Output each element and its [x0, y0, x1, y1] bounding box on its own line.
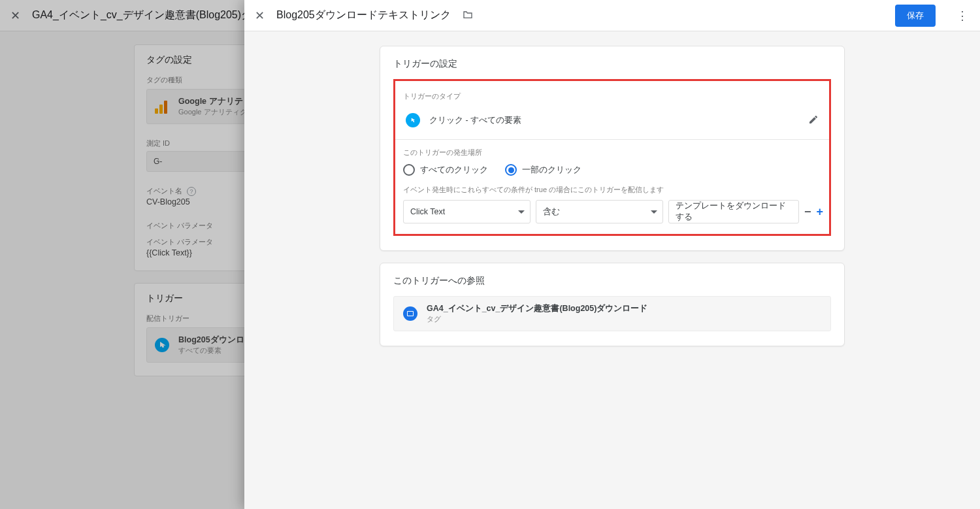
- reference-text: GA4_イベント_cv_デザイン趣意書(Blog205)ダウンロード タグ: [427, 303, 647, 324]
- reference-subtitle: タグ: [427, 314, 647, 324]
- trigger-references-card: このトリガーへの参照 GA4_イベント_cv_デザイン趣意書(Blog205)ダ…: [380, 263, 845, 346]
- trigger-title[interactable]: Blog205ダウンロードテキストリンク: [276, 8, 451, 22]
- trigger-type-value: クリック - すべての要素: [429, 115, 521, 126]
- chevron-down-icon: [651, 210, 657, 214]
- fires-on-label: このトリガーの発生場所: [403, 148, 821, 157]
- reference-item[interactable]: GA4_イベント_cv_デザイン趣意書(Blog205)ダウンロード タグ: [393, 296, 831, 331]
- reference-title: GA4_イベント_cv_デザイン趣意書(Blog205)ダウンロード: [427, 303, 647, 314]
- trigger-editor-panel: ✕ Blog205ダウンロードテキストリンク 保存 ⋮ トリガーの設定 トリガー…: [244, 0, 980, 509]
- chevron-down-icon: [518, 210, 525, 214]
- references-heading: このトリガーへの参照: [393, 275, 831, 287]
- radio-some-clicks-label: 一部のクリック: [522, 164, 581, 176]
- highlight-box: トリガーのタイプ クリック - すべての要素 このトリガーの発生場所 すべての: [393, 79, 831, 236]
- front-header: ✕ Blog205ダウンロードテキストリンク 保存 ⋮: [244, 0, 980, 31]
- tag-icon: [403, 306, 417, 321]
- condition-label: イベント発生時にこれらすべての条件が true の場合にこのトリガーを配信します: [403, 185, 821, 195]
- close-icon[interactable]: ✕: [255, 8, 265, 23]
- folder-icon[interactable]: [463, 10, 473, 21]
- radio-some-clicks[interactable]: 一部のクリック: [505, 164, 581, 176]
- remove-condition-button[interactable]: −: [804, 204, 811, 220]
- front-body: トリガーの設定 トリガーのタイプ クリック - すべての要素 このトリガーの発生…: [244, 31, 980, 509]
- condition-operator-select[interactable]: 含む: [536, 200, 663, 223]
- edit-pencil-icon[interactable]: [808, 114, 819, 127]
- trigger-config-heading: トリガーの設定: [393, 58, 831, 70]
- condition-value-input[interactable]: テンプレートをダウンロードする: [668, 200, 799, 223]
- trigger-type-label: トリガーのタイプ: [403, 91, 821, 101]
- trigger-config-card: トリガーの設定 トリガーのタイプ クリック - すべての要素 このトリガーの発生…: [380, 46, 845, 251]
- save-button[interactable]: 保存: [895, 5, 936, 27]
- trigger-type-row[interactable]: クリック - すべての要素: [403, 105, 821, 135]
- more-menu-icon[interactable]: ⋮: [947, 8, 970, 23]
- condition-row: Click Text 含む テンプレートをダウンロードする − +: [403, 200, 821, 223]
- radio-all-clicks-label: すべてのクリック: [420, 164, 488, 176]
- radio-all-clicks[interactable]: すべてのクリック: [403, 164, 488, 176]
- condition-variable-select[interactable]: Click Text: [403, 200, 531, 223]
- click-trigger-icon: [406, 113, 420, 127]
- fires-on-radios: すべてのクリック 一部のクリック: [403, 164, 821, 176]
- add-condition-button[interactable]: +: [817, 204, 824, 220]
